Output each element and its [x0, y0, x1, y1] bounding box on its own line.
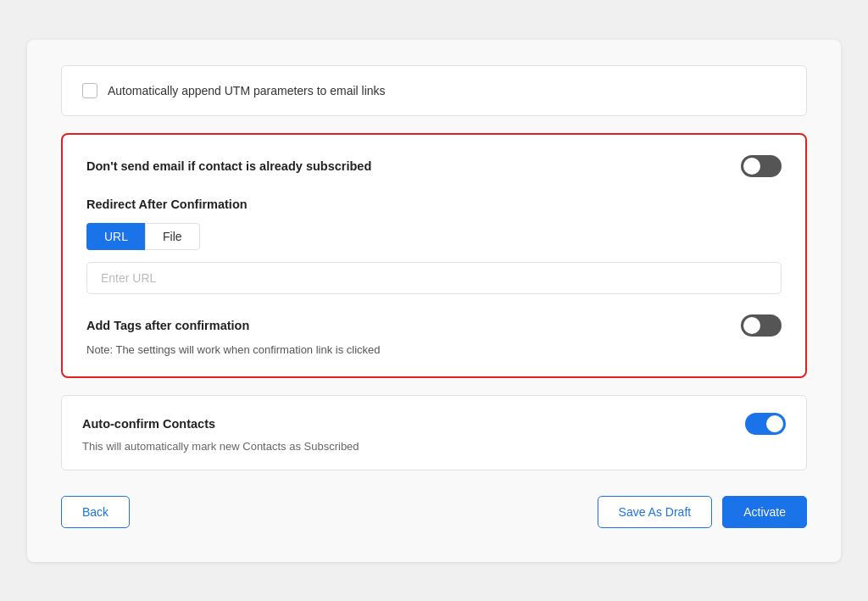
add-tags-toggle[interactable]	[741, 314, 782, 337]
utm-label: Automatically append UTM parameters to e…	[108, 84, 386, 97]
add-tags-row: Add Tags after confirmation	[86, 314, 782, 337]
add-tags-note: Note: The settings will work when confir…	[86, 343, 782, 356]
utm-section: Automatically append UTM parameters to e…	[61, 65, 807, 116]
add-tags-label: Add Tags after confirmation	[86, 319, 249, 332]
redirect-section: Redirect After Confirmation URL File	[86, 198, 782, 294]
page-container: Automatically append UTM parameters to e…	[27, 40, 841, 562]
back-button[interactable]: Back	[61, 496, 130, 528]
add-tags-section: Add Tags after confirmation Note: The se…	[86, 314, 782, 356]
utm-checkbox[interactable]	[82, 83, 97, 98]
right-button-group: Save As Draft Activate	[598, 496, 807, 528]
auto-confirm-label: Auto-confirm Contacts	[82, 417, 215, 431]
auto-confirm-toggle[interactable]	[745, 413, 786, 435]
url-input[interactable]	[86, 262, 782, 294]
dont-send-label: Don't send email if contact is already s…	[86, 159, 371, 173]
red-border-section: Don't send email if contact is already s…	[61, 133, 807, 378]
redirect-label: Redirect After Confirmation	[86, 198, 782, 211]
footer-buttons: Back Save As Draft Activate	[61, 496, 807, 528]
save-draft-button[interactable]: Save As Draft	[598, 496, 713, 528]
tab-file-button[interactable]: File	[145, 223, 200, 250]
activate-button[interactable]: Activate	[722, 496, 807, 528]
auto-confirm-note: This will automatically mark new Contact…	[82, 440, 786, 453]
redirect-tab-group: URL File	[86, 223, 782, 250]
dont-send-row: Don't send email if contact is already s…	[86, 155, 782, 177]
dont-send-toggle[interactable]	[741, 155, 782, 177]
auto-confirm-row: Auto-confirm Contacts	[82, 413, 786, 435]
auto-confirm-section: Auto-confirm Contacts This will automati…	[61, 395, 807, 470]
tab-url-button[interactable]: URL	[86, 223, 145, 250]
